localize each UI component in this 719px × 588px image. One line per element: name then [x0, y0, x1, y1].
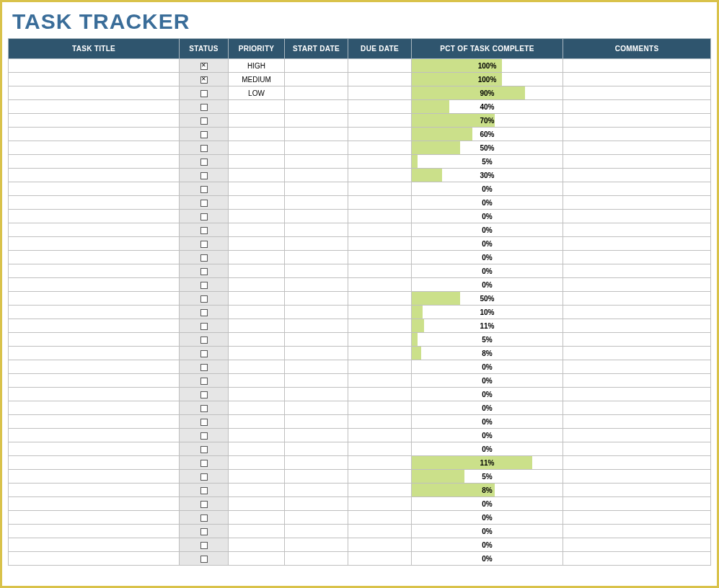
- task-title-cell[interactable]: [9, 155, 180, 169]
- priority-cell[interactable]: [229, 511, 285, 525]
- status-cell[interactable]: [180, 401, 229, 415]
- priority-cell[interactable]: [229, 347, 285, 360]
- checkbox-icon[interactable]: [200, 556, 208, 563]
- task-title-cell[interactable]: [9, 497, 180, 511]
- pct-complete-cell[interactable]: 10%: [412, 306, 563, 319]
- comments-cell[interactable]: [563, 86, 711, 100]
- comments-cell[interactable]: [563, 552, 711, 566]
- start-date-cell[interactable]: [285, 456, 348, 470]
- due-date-cell[interactable]: [348, 401, 412, 415]
- checkbox-icon[interactable]: [200, 323, 208, 330]
- pct-complete-cell[interactable]: 50%: [412, 292, 563, 306]
- task-title-cell[interactable]: [9, 73, 180, 86]
- due-date-cell[interactable]: [348, 141, 412, 155]
- status-cell[interactable]: [180, 141, 229, 155]
- due-date-cell[interactable]: [348, 169, 412, 182]
- start-date-cell[interactable]: [285, 538, 348, 552]
- task-title-cell[interactable]: [9, 278, 180, 292]
- priority-cell[interactable]: [229, 128, 285, 141]
- status-cell[interactable]: [180, 210, 229, 223]
- priority-cell[interactable]: [229, 442, 285, 456]
- due-date-cell[interactable]: [348, 210, 412, 223]
- status-cell[interactable]: [180, 86, 229, 100]
- comments-cell[interactable]: [563, 374, 711, 388]
- checkbox-icon[interactable]: [200, 460, 208, 467]
- start-date-cell[interactable]: [285, 319, 348, 333]
- priority-cell[interactable]: [229, 100, 285, 114]
- due-date-cell[interactable]: [348, 347, 412, 360]
- checkbox-icon[interactable]: [200, 364, 208, 371]
- priority-cell[interactable]: [229, 538, 285, 552]
- pct-complete-cell[interactable]: 0%: [412, 388, 563, 401]
- priority-cell[interactable]: [229, 497, 285, 511]
- status-cell[interactable]: [180, 292, 229, 306]
- comments-cell[interactable]: [563, 306, 711, 319]
- pct-complete-cell[interactable]: 0%: [412, 442, 563, 456]
- start-date-cell[interactable]: [285, 333, 348, 347]
- start-date-cell[interactable]: [285, 155, 348, 169]
- status-cell[interactable]: [180, 538, 229, 552]
- start-date-cell[interactable]: [285, 59, 348, 73]
- checkbox-icon[interactable]: [200, 432, 208, 440]
- pct-complete-cell[interactable]: 0%: [412, 196, 563, 210]
- comments-cell[interactable]: [563, 333, 711, 347]
- status-cell[interactable]: [180, 429, 229, 442]
- pct-complete-cell[interactable]: 60%: [412, 128, 563, 141]
- status-cell[interactable]: [180, 470, 229, 484]
- checkbox-icon[interactable]: [200, 268, 208, 275]
- checkbox-icon[interactable]: [200, 309, 208, 316]
- checkbox-icon[interactable]: [200, 501, 208, 508]
- priority-cell[interactable]: [229, 278, 285, 292]
- task-title-cell[interactable]: [9, 456, 180, 470]
- pct-complete-cell[interactable]: 0%: [412, 415, 563, 429]
- priority-cell[interactable]: [229, 360, 285, 374]
- pct-complete-cell[interactable]: 5%: [412, 470, 563, 484]
- pct-complete-cell[interactable]: 0%: [412, 251, 563, 264]
- status-cell[interactable]: [180, 511, 229, 525]
- pct-complete-cell[interactable]: 11%: [412, 456, 563, 470]
- status-cell[interactable]: [180, 552, 229, 566]
- start-date-cell[interactable]: [285, 223, 348, 237]
- checkbox-icon[interactable]: [200, 63, 208, 70]
- status-cell[interactable]: [180, 484, 229, 497]
- due-date-cell[interactable]: [348, 155, 412, 169]
- start-date-cell[interactable]: [285, 497, 348, 511]
- comments-cell[interactable]: [563, 237, 711, 251]
- task-title-cell[interactable]: [9, 141, 180, 155]
- priority-cell[interactable]: [229, 292, 285, 306]
- checkbox-icon[interactable]: [200, 295, 208, 303]
- checkbox-icon[interactable]: [200, 117, 208, 125]
- status-cell[interactable]: [180, 59, 229, 73]
- status-cell[interactable]: [180, 347, 229, 360]
- checkbox-icon[interactable]: [200, 528, 208, 535]
- status-cell[interactable]: [180, 278, 229, 292]
- checkbox-icon[interactable]: [200, 159, 208, 166]
- checkbox-icon[interactable]: [200, 90, 208, 97]
- task-title-cell[interactable]: [9, 100, 180, 114]
- pct-complete-cell[interactable]: 0%: [412, 401, 563, 415]
- task-title-cell[interactable]: [9, 59, 180, 73]
- due-date-cell[interactable]: [348, 319, 412, 333]
- due-date-cell[interactable]: [348, 538, 412, 552]
- comments-cell[interactable]: [563, 470, 711, 484]
- start-date-cell[interactable]: [285, 278, 348, 292]
- checkbox-icon[interactable]: [200, 542, 208, 549]
- start-date-cell[interactable]: [285, 86, 348, 100]
- task-title-cell[interactable]: [9, 237, 180, 251]
- priority-cell[interactable]: [229, 114, 285, 128]
- priority-cell[interactable]: [229, 470, 285, 484]
- start-date-cell[interactable]: [285, 237, 348, 251]
- due-date-cell[interactable]: [348, 415, 412, 429]
- status-cell[interactable]: [180, 319, 229, 333]
- task-title-cell[interactable]: [9, 429, 180, 442]
- pct-complete-cell[interactable]: 5%: [412, 155, 563, 169]
- status-cell[interactable]: [180, 223, 229, 237]
- pct-complete-cell[interactable]: 0%: [412, 360, 563, 374]
- status-cell[interactable]: [180, 306, 229, 319]
- priority-cell[interactable]: [229, 388, 285, 401]
- priority-cell[interactable]: [229, 456, 285, 470]
- pct-complete-cell[interactable]: 0%: [412, 182, 563, 196]
- pct-complete-cell[interactable]: 0%: [412, 278, 563, 292]
- comments-cell[interactable]: [563, 264, 711, 278]
- task-title-cell[interactable]: [9, 169, 180, 182]
